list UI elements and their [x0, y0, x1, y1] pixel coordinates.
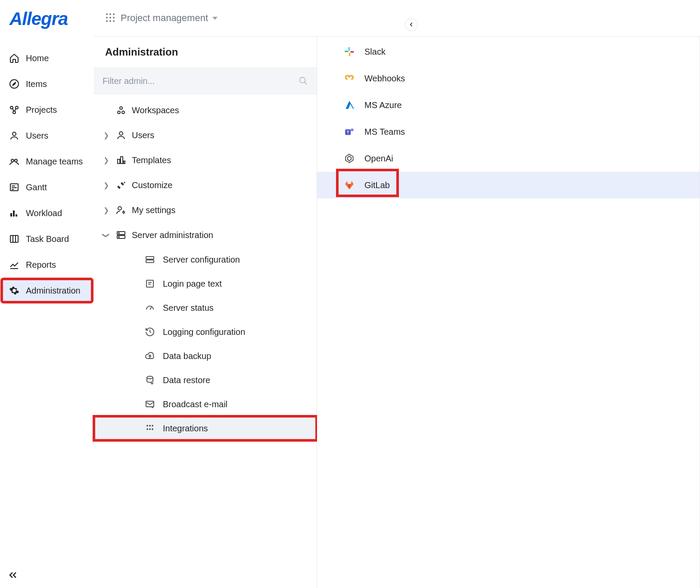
sub-label: Logging configuration — [163, 327, 245, 337]
integrations-list: Slack Webhooks MS Azure — [317, 37, 700, 200]
sidebar-item-manage-teams[interactable]: Manage teams — [2, 150, 92, 173]
admin-sub-broadcast-email[interactable]: Broadcast e-mail — [127, 392, 317, 416]
panels: Administration Workspaces — [94, 36, 700, 588]
tree-label: Server administration — [132, 230, 213, 240]
svg-point-43 — [149, 425, 151, 427]
svg-point-27 — [118, 207, 121, 210]
msteams-icon: T — [343, 125, 356, 138]
apps-grid-icon[interactable] — [106, 13, 115, 23]
logo: Allegra — [0, 9, 94, 46]
sidebar-item-projects[interactable]: Projects — [2, 98, 92, 121]
sidebar-item-home[interactable]: Home — [2, 46, 92, 70]
tree-label: Customize — [132, 180, 172, 190]
nodes-icon — [9, 104, 20, 115]
admin-filter-input[interactable] — [103, 76, 299, 86]
tree-label: My settings — [132, 205, 175, 215]
chevron-down-icon: ❯ — [102, 231, 110, 239]
integration-label: OpenAi — [364, 154, 393, 164]
server-config-icon — [144, 254, 156, 266]
integration-slack[interactable]: Slack — [317, 38, 700, 65]
admin-sub-login-page-text[interactable]: Login page text — [127, 272, 317, 296]
integration-label: GitLab — [364, 180, 390, 190]
sidebar-item-reports[interactable]: Reports — [2, 253, 92, 276]
svg-point-46 — [149, 428, 151, 430]
sub-label: Data backup — [163, 351, 211, 361]
admin-filter — [94, 68, 317, 94]
sidebar-item-task-board[interactable]: Task Board — [2, 227, 92, 251]
integration-gitlab[interactable]: GitLab — [317, 172, 700, 198]
integrations-panel: Slack Webhooks MS Azure — [317, 37, 700, 588]
bars-icon — [9, 207, 20, 219]
sub-label: Server status — [163, 303, 214, 313]
admin-tree-my-settings[interactable]: ❯ My settings — [94, 198, 317, 223]
user-icon — [115, 130, 127, 141]
svg-point-21 — [122, 111, 124, 114]
svg-point-32 — [118, 237, 119, 238]
svg-point-47 — [152, 428, 153, 430]
svg-rect-41 — [146, 401, 154, 407]
admin-sub-logging-configuration[interactable]: Logging configuration — [127, 320, 317, 344]
slack-icon — [343, 45, 356, 58]
sidebar-item-items[interactable]: Items — [2, 72, 92, 96]
collapse-admin-panel-button[interactable] — [405, 18, 418, 31]
integration-label: MS Teams — [364, 127, 405, 137]
admin-sub-integrations[interactable]: Integrations — [94, 416, 317, 440]
compass-icon — [9, 78, 20, 90]
sub-label: Broadcast e-mail — [163, 399, 227, 409]
main: Project management Administration — [94, 0, 700, 588]
mail-icon — [144, 398, 156, 410]
svg-rect-12 — [10, 213, 12, 217]
sub-label: Server configuration — [163, 255, 240, 265]
integration-webhooks[interactable]: Webhooks — [317, 65, 700, 92]
chevron-right-icon: ❯ — [102, 181, 110, 189]
integration-ms-teams[interactable]: T MS Teams — [317, 118, 700, 145]
chart-icon — [9, 259, 20, 270]
admin-tree-users[interactable]: ❯ Users — [94, 123, 317, 148]
sidebar-item-label: Manage teams — [26, 157, 83, 167]
sidebar-item-label: Reports — [26, 260, 56, 270]
admin-sub-server-configuration[interactable]: Server configuration — [127, 248, 317, 272]
admin-subtree-server: Server configuration Login page text — [94, 248, 317, 440]
svg-rect-48 — [348, 47, 350, 51]
sub-label: Integrations — [163, 424, 208, 433]
sidebar-item-gantt[interactable]: Gantt — [2, 176, 92, 199]
integration-openai[interactable]: OpenAi — [317, 145, 700, 172]
collapse-sidebar-icon[interactable] — [8, 570, 86, 580]
history-icon — [144, 326, 156, 338]
tools-icon — [115, 179, 127, 191]
svg-rect-26 — [124, 161, 125, 164]
sidebar-item-administration[interactable]: Administration — [2, 279, 92, 302]
app-root: Allegra Home Items Projects — [0, 0, 700, 588]
sidebar-footer — [0, 562, 94, 588]
admin-sub-data-restore[interactable]: Data restore — [127, 368, 317, 392]
svg-rect-34 — [146, 260, 154, 263]
admin-header: Administration — [94, 37, 317, 68]
admin-sub-data-backup[interactable]: Data backup — [127, 344, 317, 368]
openai-icon — [343, 152, 356, 165]
admin-tree-workspaces[interactable]: Workspaces — [94, 98, 317, 123]
board-icon — [9, 233, 20, 244]
sidebar-item-users[interactable]: Users — [2, 124, 92, 147]
tree-label: Templates — [132, 155, 171, 165]
admin-tree-customize[interactable]: ❯ Customize — [94, 173, 317, 198]
workspace-selector[interactable]: Project management — [121, 12, 218, 24]
admin-tree: Workspaces ❯ Users ❯ Tem — [94, 94, 317, 444]
svg-point-28 — [123, 211, 124, 213]
sidebar-item-label: Workload — [26, 208, 62, 218]
admin-sub-server-status[interactable]: Server status — [127, 296, 317, 320]
admin-tree-templates[interactable]: ❯ Templates — [94, 148, 317, 173]
sidebar-left: Allegra Home Items Projects — [0, 0, 94, 588]
svg-point-22 — [120, 107, 122, 109]
svg-marker-57 — [348, 156, 352, 161]
svg-point-44 — [152, 425, 153, 427]
admin-tree-server-administration[interactable]: ❯ Server administration — [94, 223, 317, 248]
sidebar-item-workload[interactable]: Workload — [2, 201, 92, 225]
caret-down-icon — [212, 17, 218, 20]
tree-label: Users — [132, 130, 154, 140]
login-text-icon — [144, 278, 156, 290]
db-restore-icon — [144, 374, 156, 386]
cloud-up-icon — [144, 350, 156, 362]
sidebar-item-label: Users — [26, 131, 48, 141]
svg-text:T: T — [347, 130, 349, 134]
integration-ms-azure[interactable]: MS Azure — [317, 92, 700, 118]
